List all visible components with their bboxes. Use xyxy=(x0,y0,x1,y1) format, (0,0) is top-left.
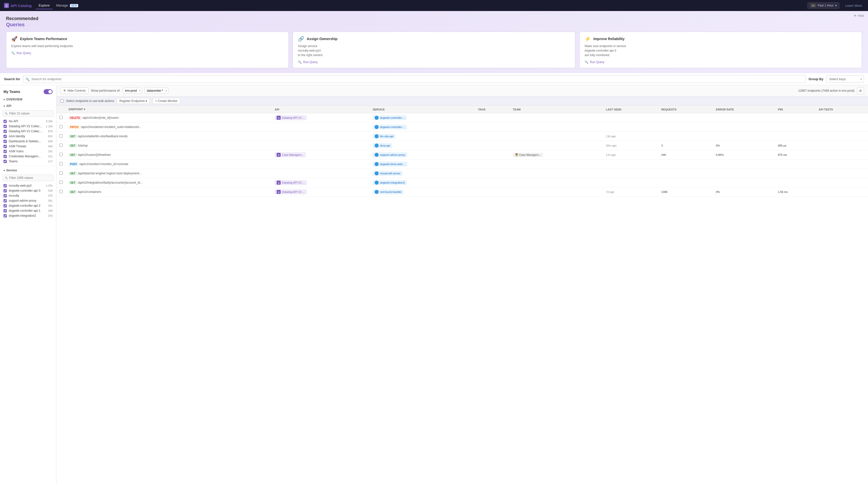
table-row: POST /api/v1/monitor/<monitor_id>/unmute… xyxy=(56,160,868,169)
service-item-count-5: 289 xyxy=(48,209,53,212)
api-tests-cell xyxy=(816,169,868,178)
service-badge: 🌐 dogweb-controller-... xyxy=(373,125,407,130)
row-checkbox[interactable] xyxy=(59,190,63,193)
select-all-checkbox[interactable] xyxy=(60,99,64,103)
run-query-button-0[interactable]: 🔍 Run Query xyxy=(11,51,283,55)
p99-cell: 870 ms xyxy=(775,150,816,160)
col-error-rate[interactable]: ERROR RATE xyxy=(713,106,775,113)
env-select[interactable]: env:prod xyxy=(123,88,142,94)
col-last-seen[interactable]: LAST SEEN xyxy=(603,106,658,113)
api-item-checkbox-6[interactable] xyxy=(3,150,7,153)
eye-icon: 👁 xyxy=(854,14,857,18)
api-cell xyxy=(272,123,370,132)
api-item-checkbox-1[interactable] xyxy=(3,125,7,128)
row-checkbox[interactable] xyxy=(59,143,63,147)
api-item-checkbox-4[interactable] xyxy=(3,140,7,143)
run-query-button-1[interactable]: 🔍 Run Query xyxy=(298,60,570,64)
col-p99[interactable]: P99 xyxy=(775,106,816,113)
time-chevron-icon: ▾ xyxy=(835,4,837,7)
row-checkbox[interactable] xyxy=(59,181,63,184)
endpoint-path: /api/unstable/llm-obs/feedback-trends xyxy=(78,134,128,138)
col-endpoint[interactable]: ENDPOINT ▾ xyxy=(66,106,272,113)
row-checkbox[interactable] xyxy=(59,171,63,174)
service-item-checkbox-1[interactable] xyxy=(3,189,7,192)
service-filter-input[interactable] xyxy=(2,174,54,181)
sidebar-api-item-2: Datadog API V1 Collec... 878 xyxy=(0,129,56,134)
learn-more-link[interactable]: Learn More xyxy=(843,3,864,8)
create-monitor-button[interactable]: + Create Monitor xyxy=(152,98,180,104)
service-item-checkbox-3[interactable] xyxy=(3,199,7,202)
api-cell xyxy=(272,160,370,169)
service-item-checkbox-6[interactable] xyxy=(3,214,7,218)
overview-section-header[interactable]: ▾ OVERVIEW xyxy=(0,96,56,103)
col-service[interactable]: SERVICE xyxy=(370,106,475,113)
my-teams-toggle[interactable] xyxy=(43,89,53,94)
service-item-checkbox-5[interactable] xyxy=(3,209,7,213)
api-tests-cell xyxy=(816,178,868,187)
api-item-checkbox-2[interactable] xyxy=(3,130,7,133)
service-badge: 🌐 dogweb-kima-web-... xyxy=(373,162,407,167)
method-badge: PATCH xyxy=(69,125,80,129)
col-api[interactable]: API xyxy=(272,106,370,113)
run-query-button-2[interactable]: 🔍 Run Query xyxy=(585,60,857,64)
row-checkbox[interactable] xyxy=(59,134,63,137)
tab-manage[interactable]: Manage NEW xyxy=(53,2,81,9)
service-item-label-5: dogweb-controller-api-1 xyxy=(9,209,48,213)
tab-explore[interactable]: Explore xyxy=(36,2,53,9)
service-section-header[interactable]: ▾ Service xyxy=(0,167,56,173)
service-item-checkbox-4[interactable] xyxy=(3,204,7,207)
group-by-select[interactable]: Select keys xyxy=(827,75,864,83)
banner-card-header-0: 🚀 Explore Teams Performance xyxy=(11,36,283,42)
bulk-actions-text: Select endpoints to use bulk actions xyxy=(66,99,114,103)
globe-icon: 🌐 xyxy=(375,190,379,194)
api-item-checkbox-8[interactable] xyxy=(3,160,7,163)
col-requests[interactable]: REQUESTS xyxy=(658,106,713,113)
table-settings-button[interactable]: ⚙ xyxy=(857,87,864,94)
api-item-count-3: 652 xyxy=(48,135,53,138)
hide-controls-button[interactable]: 👁 Hide Controls xyxy=(60,88,89,94)
team-cell: 🧑‍💼 Case Managem... xyxy=(510,150,603,160)
table-row: GET /api/unstable/llm-obs/feedback-trend… xyxy=(56,132,868,141)
api-badge: {} Datadog API V2 ... xyxy=(275,115,307,120)
tags-cell xyxy=(475,169,510,178)
datacenter-select[interactable]: datacenter:* xyxy=(145,88,168,94)
time-selector[interactable]: 1h Past 1 Hour ▾ xyxy=(807,2,839,9)
row-checkbox[interactable] xyxy=(59,125,63,128)
error-rate-cell xyxy=(713,178,775,187)
api-filter-input[interactable] xyxy=(2,110,54,117)
api-section-header[interactable]: ▾ API xyxy=(0,103,56,109)
api-chevron-icon: ▾ xyxy=(3,105,5,107)
team-cell xyxy=(510,141,603,150)
endpoint-path: /startup xyxy=(78,144,88,147)
main-content: 👁 Hide Controls Show performance of: env… xyxy=(56,85,868,485)
service-item-checkbox-0[interactable] xyxy=(3,184,7,187)
api-tests-cell xyxy=(816,160,868,169)
search-bar: Search for 🔍 Group By Select keys xyxy=(0,73,868,85)
error-rate-cell xyxy=(713,160,775,169)
api-item-checkbox-0[interactable] xyxy=(3,120,7,123)
search-input[interactable] xyxy=(23,75,805,83)
register-endpoints-button[interactable]: Register Endpoints ▾ xyxy=(117,98,150,104)
sidebar-api-item-4: Dashboards & Notebo... 509 xyxy=(0,139,56,144)
service-item-checkbox-2[interactable] xyxy=(3,194,7,197)
api-cell: {} Case Managem... xyxy=(272,150,370,160)
col-tags[interactable]: TAGS xyxy=(475,106,510,113)
api-item-checkbox-7[interactable] xyxy=(3,155,7,158)
hide-banner-button[interactable]: 👁 Hide xyxy=(854,14,864,18)
row-checkbox[interactable] xyxy=(59,162,63,165)
eye-icon-toolbar: 👁 xyxy=(63,89,66,92)
team-cell xyxy=(510,187,603,197)
overview-label: OVERVIEW xyxy=(6,98,22,101)
my-teams-section: My Teams xyxy=(0,87,56,96)
api-item-checkbox-3[interactable] xyxy=(3,135,7,138)
endpoint-cell: DELETE /api/v2/roles/{role_id}/users xyxy=(66,113,272,123)
col-team[interactable]: TEAM xyxy=(510,106,603,113)
api-item-checkbox-5[interactable] xyxy=(3,145,7,148)
api-cell: {} Datadog API V2 ... xyxy=(272,113,370,123)
col-api-tests[interactable]: API TESTS xyxy=(816,106,868,113)
row-checkbox[interactable] xyxy=(59,153,63,156)
api-badge: {} Case Managem... xyxy=(275,152,306,157)
globe-icon: 🌐 xyxy=(375,125,379,129)
banner-card-icon-2: ⚡ xyxy=(585,36,591,42)
row-checkbox[interactable] xyxy=(59,116,63,119)
